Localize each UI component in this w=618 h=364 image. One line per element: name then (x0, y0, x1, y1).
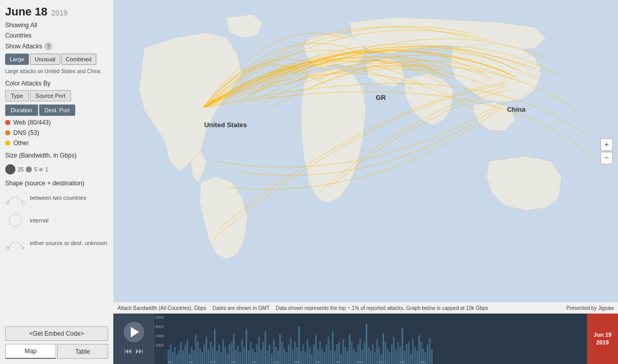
zoom-out-button[interactable]: − (600, 152, 613, 164)
legend-web: Web (80/443) (5, 119, 108, 126)
color-filter-group: Type Source Port (5, 90, 108, 101)
shape-arc-icon (5, 190, 26, 205)
svg-rect-55 (261, 350, 262, 364)
map-table-toggle: Map Table (5, 344, 108, 359)
svg-rect-108 (372, 344, 373, 364)
svg-rect-34 (216, 351, 218, 364)
svg-rect-57 (265, 332, 266, 364)
chart-body: ⏮ ⏭ 8000 6000 4000 2000 (113, 314, 618, 364)
skip-forward-button[interactable]: ⏭ (135, 346, 144, 356)
svg-rect-113 (383, 333, 384, 364)
svg-rect-89 (332, 332, 334, 364)
embed-code-button[interactable]: <Get Embed Code> (5, 326, 108, 341)
attack-filter-group: Large Unusual Combined (5, 54, 108, 65)
svg-text:Apr: Apr (188, 360, 194, 363)
size-small-dot (39, 168, 43, 171)
svg-rect-106 (368, 347, 369, 364)
presented-by: Presented by Jigsaw (566, 305, 614, 311)
svg-rect-80 (313, 344, 315, 364)
size-small-label: 1 (45, 166, 48, 172)
svg-rect-19 (184, 344, 186, 364)
svg-rect-77 (307, 339, 308, 364)
svg-rect-129 (416, 351, 418, 364)
svg-rect-69 (290, 338, 291, 364)
svg-rect-98 (351, 342, 352, 364)
zoom-in-button[interactable]: + (600, 138, 613, 151)
svg-text:2000: 2000 (156, 343, 164, 347)
svg-rect-70 (292, 350, 294, 364)
svg-rect-135 (429, 338, 431, 364)
filter-large-button[interactable]: Large (5, 54, 29, 65)
shape-internal-icon (5, 213, 26, 228)
zoom-controls: + − (600, 138, 613, 164)
shape-two-countries-label: between two countries (30, 194, 86, 201)
svg-rect-24 (195, 334, 197, 364)
shape-label: Shape (source + destination) (5, 180, 108, 187)
color-duration-button[interactable]: Duration (5, 105, 38, 116)
show-attacks-label: Show Attacks (5, 43, 42, 50)
svg-rect-99 (353, 349, 355, 364)
map-area[interactable]: United States GR China + − (113, 0, 618, 302)
svg-rect-50 (250, 342, 251, 364)
svg-rect-29 (205, 337, 207, 364)
svg-rect-14 (174, 347, 176, 364)
svg-rect-134 (427, 344, 428, 364)
svg-text:Jun: Jun (231, 360, 236, 363)
svg-rect-116 (389, 352, 390, 364)
svg-rect-65 (281, 342, 283, 364)
filter-unusual-button[interactable]: Unusual (30, 54, 60, 65)
svg-rect-20 (186, 339, 188, 364)
svg-rect-30 (208, 350, 209, 364)
color-dest-port-button[interactable]: Dest. Port (39, 105, 76, 116)
world-map-svg (113, 0, 618, 302)
svg-text:Sep: Sep (294, 360, 300, 363)
date-year: 2019 (52, 9, 67, 17)
shape-unknown-icon (5, 235, 26, 251)
highlight-date: Jun 19 (594, 331, 612, 339)
svg-rect-25 (197, 342, 199, 364)
dns-dot (5, 130, 10, 135)
highlight-year: 2019 (596, 339, 609, 346)
svg-rect-75 (302, 344, 304, 364)
playback-controls: ⏮ ⏭ (113, 314, 154, 364)
svg-rect-100 (355, 352, 357, 364)
date-highlight: Jun 19 2019 (587, 314, 618, 364)
svg-point-1 (22, 201, 25, 204)
svg-rect-15 (176, 355, 178, 364)
svg-rect-38 (225, 347, 226, 364)
size-med-dot (26, 166, 32, 172)
svg-rect-27 (201, 352, 203, 364)
svg-rect-35 (218, 344, 220, 364)
svg-rect-81 (315, 335, 317, 364)
attack-description: Large attacks on United States and China (5, 68, 108, 75)
sidebar: June 18 2019 Showing All Countries Show … (0, 0, 113, 364)
svg-rect-46 (242, 339, 243, 364)
svg-rect-17 (180, 342, 182, 364)
svg-rect-86 (325, 344, 327, 364)
map-button[interactable]: Map (5, 344, 56, 359)
svg-rect-95 (345, 347, 346, 364)
data-note: Data shown represents the top ~.1% of re… (276, 305, 488, 311)
svg-text:Jan 1,: Jan 1, (379, 360, 387, 363)
color-attacks-label: Color Attacks By (5, 80, 108, 87)
skip-back-button[interactable]: ⏮ (124, 346, 132, 356)
svg-rect-96 (347, 351, 348, 364)
svg-text:6000: 6000 (156, 325, 164, 328)
svg-rect-87 (328, 337, 329, 364)
svg-rect-79 (311, 354, 313, 364)
svg-text:Aug: Aug (273, 360, 279, 363)
filter-combined-button[interactable]: Combined (61, 54, 96, 65)
color-type-button[interactable]: Type (5, 90, 29, 101)
chart-header: Attack Bandwidth (All Countries), Gbps D… (113, 302, 618, 314)
color-source-port-button[interactable]: Source Port (30, 90, 71, 101)
table-button[interactable]: Table (57, 344, 108, 359)
svg-rect-110 (376, 339, 378, 364)
play-button[interactable] (124, 322, 144, 342)
svg-rect-109 (374, 352, 375, 364)
help-icon[interactable]: ? (44, 42, 53, 50)
svg-rect-128 (414, 347, 416, 364)
svg-rect-118 (393, 337, 394, 364)
chart-title: Attack Bandwidth (All Countries), Gbps (117, 305, 207, 311)
svg-rect-130 (418, 335, 420, 364)
chart-canvas[interactable]: 8000 6000 4000 2000 (154, 314, 618, 364)
